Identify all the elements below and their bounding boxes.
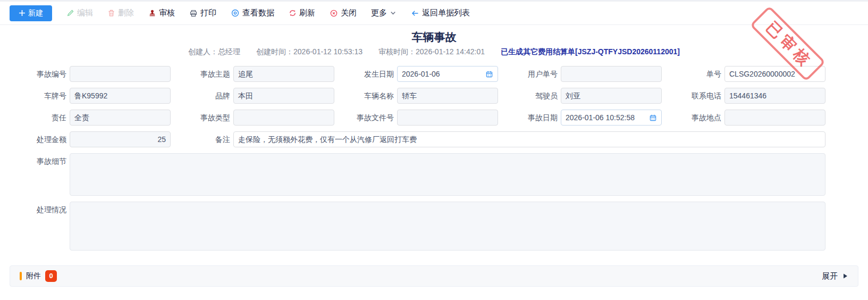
brand-input[interactable]: 本田 (233, 88, 334, 104)
create-time-text: 创建时间：2026-01-12 10:53:13 (256, 46, 363, 57)
delete-button[interactable]: 删除 (107, 8, 134, 18)
calendar-icon (485, 70, 493, 78)
new-button-label: 新建 (28, 9, 43, 18)
back-to-list-button[interactable]: 返回单据列表 (411, 8, 470, 18)
creator-text: 创建人：总经理 (188, 46, 240, 57)
audit-button[interactable]: 审核 (148, 8, 175, 18)
audit-time-text: 审核时间：2026-01-12 14:42:01 (378, 46, 485, 57)
print-button-label: 打印 (200, 8, 216, 18)
toolbar: 新建 编辑 删除 审核 打印 查看数据 刷新 关闭 更多 返回单据列表 (0, 2, 868, 25)
audit-button-label: 审核 (159, 8, 175, 18)
user-order-no-input[interactable] (561, 66, 662, 82)
edit-button[interactable]: 编辑 (66, 8, 93, 18)
refresh-button-label: 刷新 (299, 8, 315, 18)
subject-input[interactable]: 追尾 (233, 66, 334, 82)
user-order-no-label: 用户单号 (501, 66, 558, 82)
eye-icon (231, 9, 240, 18)
driver-label: 驾驶员 (501, 88, 558, 104)
order-no-label: 单号 (665, 66, 721, 82)
order-no-input[interactable]: CLSG20260000002 (724, 66, 825, 82)
page-title: 车辆事故 (0, 30, 868, 45)
remark-input[interactable]: 走保险，无须额外花费，仅有一个从汽修厂返回打车费 (233, 131, 825, 147)
close-button-label: 关闭 (341, 8, 357, 18)
accident-date-label: 事故日期 (501, 110, 558, 126)
print-button[interactable]: 打印 (189, 8, 216, 18)
accident-type-label: 事故类型 (174, 110, 230, 126)
edit-button-label: 编辑 (77, 8, 93, 18)
accident-no-input[interactable] (70, 66, 171, 82)
close-circle-icon (330, 9, 338, 18)
occur-date-value: 2026-01-06 (402, 66, 440, 81)
handling-textarea[interactable] (70, 202, 825, 251)
attachments-label: 附件 (26, 271, 41, 281)
accident-type-input[interactable] (233, 110, 334, 126)
detail-label: 事故细节 (21, 153, 66, 169)
delete-button-label: 删除 (118, 8, 134, 18)
plate-no-label: 车牌号 (21, 88, 66, 104)
vehicle-name-input[interactable]: 轿车 (397, 88, 498, 104)
occur-date-label: 发生日期 (338, 66, 394, 82)
new-button[interactable]: 新建 (10, 5, 52, 21)
record-meta: 创建人：总经理 创建时间：2026-01-12 10:53:13 审核时间：20… (0, 46, 868, 57)
attachments-bar[interactable]: 附件 0 展开 (10, 265, 858, 287)
back-to-list-label: 返回单据列表 (422, 8, 470, 18)
close-button[interactable]: 关闭 (330, 8, 357, 18)
triangle-right-icon (842, 273, 848, 279)
arrow-left-icon (411, 9, 419, 18)
orange-accent-bar (20, 272, 22, 280)
attachments-count-badge: 0 (45, 270, 57, 282)
expand-button[interactable]: 展开 (822, 271, 848, 281)
more-button-label: 更多 (371, 8, 387, 18)
driver-input[interactable]: 刘亚 (561, 88, 662, 104)
trash-icon (107, 9, 115, 17)
accident-file-no-label: 事故文件号 (338, 110, 394, 126)
view-data-button-label: 查看数据 (242, 8, 274, 18)
detail-textarea[interactable] (70, 153, 825, 196)
accident-file-no-input[interactable] (397, 110, 498, 126)
handling-label: 处理情况 (21, 202, 66, 218)
accident-no-label: 事故编号 (21, 66, 66, 82)
plus-icon (19, 10, 26, 16)
more-button[interactable]: 更多 (371, 8, 397, 18)
expand-label: 展开 (822, 271, 838, 281)
accident-date-value: 2026-01-06 10:52:58 (566, 110, 635, 125)
remark-label: 备注 (174, 131, 230, 147)
refresh-button[interactable]: 刷新 (289, 8, 315, 18)
pencil-icon (66, 9, 74, 17)
accident-form: 事故编号 事故主题 追尾 发生日期 2026-01-06 用户单号 单号 CLS… (21, 66, 825, 251)
calendar-icon (649, 114, 657, 122)
phone-input[interactable]: 154461346 (724, 88, 825, 104)
responsibility-input[interactable]: 全责 (70, 110, 171, 126)
chevron-down-icon (390, 10, 397, 16)
stamp-icon (148, 9, 156, 17)
settlement-link[interactable]: 已生成其它费用结算单[JSZJ-QTFYJSD20260112001] (501, 46, 680, 57)
accident-place-label: 事故地点 (665, 110, 721, 126)
phone-label: 联系电话 (665, 88, 721, 104)
responsibility-label: 责任 (21, 110, 66, 126)
printer-icon (189, 9, 198, 18)
refresh-icon (289, 9, 297, 17)
amount-input[interactable]: 25 (70, 131, 171, 147)
subject-label: 事故主题 (174, 66, 230, 82)
amount-label: 处理金额 (21, 131, 66, 147)
accident-date-input[interactable]: 2026-01-06 10:52:58 (561, 110, 662, 126)
vehicle-name-label: 车辆名称 (338, 88, 394, 104)
plate-no-input[interactable]: 鲁K95992 (70, 88, 171, 104)
brand-label: 品牌 (174, 88, 230, 104)
occur-date-input[interactable]: 2026-01-06 (397, 66, 498, 82)
view-data-button[interactable]: 查看数据 (231, 8, 274, 18)
accident-place-input[interactable] (724, 110, 825, 126)
